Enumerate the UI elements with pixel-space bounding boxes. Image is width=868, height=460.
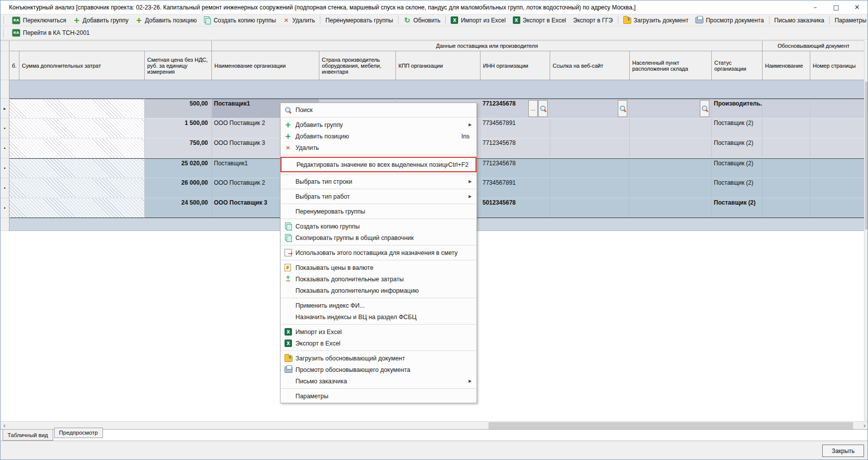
menu-item-select-work-type[interactable]: Выбрать тип работ ▶ bbox=[281, 191, 477, 202]
menu-item-show-prices-in-currency[interactable]: ₽ Показывать цены в валюте bbox=[281, 262, 477, 273]
doc-name-cell[interactable] bbox=[763, 198, 810, 218]
inn-cell[interactable]: 5012345678 bbox=[481, 198, 550, 218]
horizontal-scrollbar-thumb[interactable] bbox=[488, 422, 853, 429]
load-document-button[interactable]: Загрузить документ bbox=[620, 14, 692, 26]
org-status-cell[interactable]: Поставщик (2) bbox=[712, 118, 763, 138]
delete-button[interactable]: ✕ Удалить bbox=[280, 14, 319, 26]
menu-item-export-excel[interactable]: X Экспорт в Excel bbox=[281, 338, 477, 349]
lookup-button[interactable] bbox=[538, 100, 548, 117]
vertical-scrollbar-thumb[interactable] bbox=[865, 82, 868, 230]
doc-name-cell[interactable] bbox=[763, 178, 810, 198]
website-cell[interactable] bbox=[550, 178, 630, 198]
website-cell[interactable] bbox=[550, 99, 630, 118]
warehouse-city-cell[interactable] bbox=[630, 99, 712, 118]
inn-cell[interactable]: 7734567891 bbox=[481, 178, 550, 198]
website-cell[interactable] bbox=[550, 138, 630, 158]
menu-item-delete[interactable]: ✕ Удалить bbox=[281, 142, 477, 153]
menu-item-import-excel[interactable]: X Импорт из Excel bbox=[281, 326, 477, 338]
price-cell[interactable]: 24 500,00 bbox=[145, 198, 212, 218]
column-header-country[interactable]: Страна производитель оборудования, мебел… bbox=[319, 51, 396, 80]
scroll-right-arrow[interactable]: › bbox=[861, 422, 868, 430]
refresh-button[interactable]: ↻ Обновить bbox=[400, 14, 444, 26]
tab-preview[interactable]: Предпросмотр bbox=[54, 428, 103, 438]
lookup-button[interactable] bbox=[700, 100, 709, 117]
menu-item-edit-value-all-selected[interactable]: Редактировать значение во всех выделенны… bbox=[282, 158, 476, 171]
customer-letter-button[interactable]: Письмо заказчика bbox=[771, 14, 828, 26]
column-header-inn[interactable]: ИНН организации bbox=[481, 51, 550, 80]
column-header-page-number[interactable]: Номер страницы bbox=[810, 51, 865, 80]
parameters-button[interactable]: Параметры bbox=[831, 14, 868, 26]
page-number-cell[interactable] bbox=[810, 158, 865, 178]
scroll-left-arrow[interactable]: ‹ bbox=[0, 422, 8, 430]
inn-cell[interactable]: 7734567891 bbox=[481, 118, 550, 138]
column-header-website[interactable]: Ссылка на веб-сайт bbox=[550, 51, 630, 80]
website-cell[interactable] bbox=[550, 198, 630, 218]
goto-ka-tsn-button[interactable]: КА Перейти в КА ТСН-2001 bbox=[8, 26, 93, 39]
menu-item-add-position[interactable]: + Добавить позицию Ins bbox=[281, 130, 477, 142]
menu-item-show-extra-info[interactable]: Показывать дополнительную информацию bbox=[281, 285, 477, 296]
menu-item-assign-indexes-fsbc[interactable]: Назначить индексы и ВЦ на раздел ФСБЦ bbox=[281, 311, 477, 323]
menu-item-parameters[interactable]: Параметры bbox=[281, 390, 477, 402]
org-status-cell[interactable]: Производитель... bbox=[712, 99, 763, 118]
warehouse-city-cell[interactable] bbox=[630, 178, 712, 198]
price-cell[interactable]: 500,00 bbox=[145, 99, 212, 118]
switch-button[interactable]: КА Переключиться bbox=[8, 14, 70, 26]
menu-item-customer-letter[interactable]: Письмо заказчика ▶ bbox=[281, 375, 477, 387]
horizontal-scrollbar-track[interactable] bbox=[8, 422, 861, 430]
copy-group-button[interactable]: Создать копию группы bbox=[200, 14, 279, 26]
column-header-org-status[interactable]: Статус организации bbox=[712, 51, 763, 80]
tab-table-view[interactable]: Табличный вид bbox=[2, 430, 53, 441]
horizontal-scrollbar[interactable]: ‹ › bbox=[0, 421, 868, 429]
price-cell[interactable]: 1 500,00 bbox=[145, 118, 212, 138]
page-number-cell[interactable] bbox=[810, 118, 865, 138]
close-dialog-button[interactable]: Закрыть bbox=[822, 445, 864, 457]
menu-item-copy-groups-to-shared[interactable]: Скопировать группы в общий справочник bbox=[281, 232, 477, 243]
menu-item-show-extra-costs[interactable]: +− Показывать дополнительные затраты bbox=[281, 273, 477, 285]
renumber-groups-button[interactable]: Перенумеровать группы bbox=[322, 14, 396, 26]
page-number-cell[interactable] bbox=[810, 138, 865, 158]
menu-item-use-supplier-for-estimate[interactable]: Использовать этого поставщика для назнач… bbox=[281, 247, 477, 258]
add-group-button[interactable]: + Добавить группу bbox=[70, 14, 132, 26]
menu-item-copy-group[interactable]: Создать копию группы bbox=[281, 221, 477, 232]
lookup-button[interactable] bbox=[618, 100, 627, 117]
org-status-cell[interactable]: Поставщик (2) bbox=[712, 198, 763, 218]
doc-name-cell[interactable] bbox=[763, 158, 810, 178]
menu-item-search[interactable]: Поиск bbox=[281, 104, 477, 115]
column-header-doc-name[interactable]: Наименование bbox=[763, 51, 810, 80]
export-excel-button[interactable]: X Экспорт в Excel bbox=[509, 14, 570, 26]
warehouse-city-cell[interactable] bbox=[630, 198, 712, 218]
maximize-button[interactable]: □ bbox=[826, 0, 847, 14]
import-excel-button[interactable]: X Импорт из Excel bbox=[447, 14, 509, 26]
ellipsis-button[interactable]: … bbox=[528, 100, 538, 117]
inn-cell[interactable]: 7712345678 bbox=[481, 158, 550, 178]
column-header-org-name[interactable]: Наименование организации bbox=[212, 51, 319, 80]
warehouse-city-cell[interactable] bbox=[630, 118, 712, 138]
inn-cell[interactable]: 7712345678 bbox=[481, 138, 550, 158]
org-status-cell[interactable]: Поставщик (2) bbox=[712, 138, 763, 158]
minimize-button[interactable]: – bbox=[805, 0, 826, 14]
price-cell[interactable]: 750,00 bbox=[145, 138, 212, 158]
doc-name-cell[interactable] bbox=[763, 99, 810, 118]
org-status-cell[interactable]: Поставщик (2) bbox=[712, 158, 763, 178]
column-header-b[interactable]: б. bbox=[9, 51, 19, 80]
warehouse-city-cell[interactable] bbox=[630, 158, 712, 178]
page-number-cell[interactable] bbox=[810, 198, 865, 218]
price-cell[interactable]: 25 020,00 bbox=[145, 158, 212, 178]
vertical-scrollbar[interactable] bbox=[864, 40, 868, 421]
menu-item-add-group[interactable]: + Добавить группу ▶ bbox=[281, 119, 477, 130]
page-number-cell[interactable] bbox=[810, 178, 865, 198]
add-position-button[interactable]: + Добавить позицию bbox=[132, 14, 200, 26]
menu-item-view-justifying-document[interactable]: Просмотр обосновывающего документа bbox=[281, 364, 477, 375]
price-cell[interactable]: 26 000,00 bbox=[145, 178, 212, 198]
doc-name-cell[interactable] bbox=[763, 118, 810, 138]
doc-name-cell[interactable] bbox=[763, 138, 810, 158]
menu-item-load-justifying-document[interactable]: Загрузить обосновывающий документ bbox=[281, 352, 477, 364]
org-status-cell[interactable]: Поставщик (2) bbox=[712, 178, 763, 198]
page-number-cell[interactable] bbox=[810, 99, 865, 118]
menu-item-apply-fi-index[interactable]: Применить индекс ФИ... bbox=[281, 300, 477, 311]
website-cell[interactable] bbox=[550, 118, 630, 138]
close-button[interactable]: ✕ bbox=[847, 0, 868, 14]
column-header-price[interactable]: Сметная цена без НДС, руб. за единицу из… bbox=[145, 51, 212, 80]
export-gge-button[interactable]: Экспорт в ГГЭ bbox=[570, 14, 616, 26]
warehouse-city-cell[interactable] bbox=[630, 138, 712, 158]
